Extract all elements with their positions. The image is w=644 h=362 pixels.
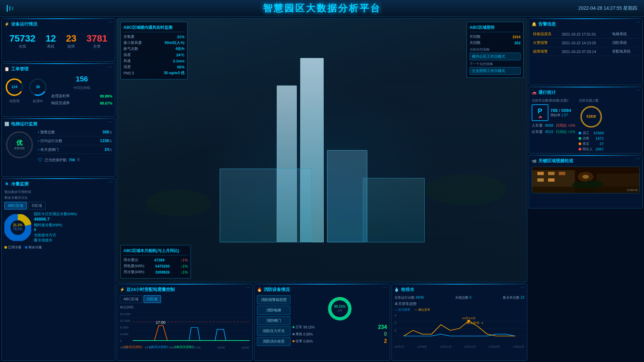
workorder-content: 124 待受理 36 处理中 156 今日已 <box>4 75 112 106</box>
elev-daily: 日均运行次数 1158次 <box>38 138 112 145</box>
in-cars: 入车量 9008 日同比 +1% <box>532 123 575 128</box>
vent-humidity: 湿度 56% <box>123 64 184 69</box>
fire-alert: 告警 0.85% 2 <box>292 338 387 344</box>
response-rate: 响应完成率 98.67% <box>51 101 112 106</box>
fire-btn-elevator[interactable]: 消防电梯 <box>257 306 290 315</box>
svg-rect-53 <box>537 172 544 175</box>
svg-text:51918: 51918 <box>587 115 596 118</box>
traffic-icon: 🚗 <box>532 90 536 95</box>
fire-title: 🔥 消防设备情况 <box>257 287 387 293</box>
in-park-circle: 51918 <box>579 104 604 129</box>
workorder-icon: 📋 <box>4 67 9 71</box>
vent-temp: 温度 24°C <box>123 52 184 57</box>
elevator-gauge: 优 健康指数 <box>4 130 35 160</box>
fire-btn-alarm[interactable]: 消防报警箱型壁 <box>257 295 290 304</box>
svg-text:0: 0 <box>120 339 122 343</box>
vent-wind: 风速 2.1m/s <box>123 58 184 63</box>
svg-text:液位异常: 4: 液位异常: 4 <box>466 321 483 324</box>
process-rate: 处理及时率 99.89% <box>51 94 112 99</box>
energy-water: 用水量(t) 47399 ↑1% <box>123 257 188 262</box>
cold-tab-d[interactable]: D区域 <box>28 202 46 209</box>
fire-stats: 99.15% 正常 正常 99.15% 234 <box>292 295 387 346</box>
svg-text:78.5%: 78.5% <box>13 227 22 231</box>
fire-btn-pump[interactable]: 消防消火栓泵 <box>257 337 290 346</box>
water-icon: 💧 <box>394 287 399 292</box>
water-title: 💧 给排水 <box>394 287 524 293</box>
energy-panel: ABC区域本月能耗(与上月同比) 用水量(t) 47399 ↑1% 用电量(kW… <box>120 245 191 279</box>
svg-text:16,000: 16,000 <box>120 312 130 316</box>
elevator-panel: 🔢 电梯运行监测 • • 优 健康指数 预警总 <box>1 118 115 177</box>
svg-text:正常: 正常 <box>337 309 342 312</box>
stat-offline: 12 离线 <box>46 33 56 49</box>
svg-text:4: 4 <box>394 314 397 317</box>
parking-badge: P 🚗 <box>532 104 548 121</box>
cold-info: 园区今日空调总冷量(kWh) 48886.7 顺时放冷量(kWh) 0 当前放冷… <box>34 212 77 244</box>
building-view: ABC区域楼内通风实时监测 含氧量 21% 最小新风量 50m3/(人·h) 换… <box>117 18 527 282</box>
alarm-row-1: 火警报警 2021-10-22 14:13:25 消防系统 <box>532 39 640 47</box>
power-tab-d[interactable]: D区域 <box>144 295 161 303</box>
lighting-current: 当前自控策略 楼内公区工作日模式 <box>470 47 521 60</box>
video-scene <box>532 167 639 193</box>
pending-circle: 124 待受理 <box>4 77 24 104</box>
alarm-row-2: 故障报警 2021-10-22 07:20:14 变配电系统 <box>532 47 640 56</box>
stat-alert: 3781 告警 <box>87 33 107 49</box>
fire-btn-pressure[interactable]: 消防压力开关 <box>257 326 290 336</box>
elevator-content: 优 健康指数 预警总数 368次 日均运行次数 1158次 本月进梯门 <box>4 130 112 163</box>
parking-section: 当前车位数(剩余数/总数) P 🚗 788 / 5094 <box>532 98 575 154</box>
cold-mode: 当前放冷方式 蓄冷池放冷 <box>34 233 77 243</box>
fire-normal: 正常 99.15% 234 <box>292 324 387 330</box>
vent-exchange: 换气次数 4次/h <box>123 46 184 51</box>
traffic-content: 当前车位数(剩余数/总数) P 🚗 788 / 5094 <box>532 98 640 154</box>
equipment-icon: ⚡ <box>4 22 9 26</box>
cold-content: 21.5% 78.5% 园区今日空调总冷量(kWh) 48886.7 顺时放冷量… <box>4 212 112 244</box>
svg-text:8,000: 8,000 <box>120 326 128 329</box>
lighting-off: 关回数 262 <box>470 40 521 45</box>
water-panel: 💧 给排水 • • 水泵运行台数 34/36 水箱总数 6 集水井总数 23 本… <box>391 284 527 361</box>
power-tab-abc[interactable]: ABC区域 <box>120 295 142 303</box>
fire-metrics: 正常 99.15% 234 离线 0.00% <box>292 324 387 344</box>
page-title: 智慧园区大数据分析平台 <box>263 2 381 15</box>
vent-oxygen: 含氧量 21% <box>123 34 184 39</box>
center-panel: ABC区域楼内通风实时监测 含氧量 21% 最小新风量 50m3/(人·h) 换… <box>117 18 527 361</box>
svg-point-62 <box>584 180 603 188</box>
cold-tab-abc[interactable]: ABC区域 <box>4 202 27 209</box>
power-icon: ⚡ <box>120 287 124 292</box>
parking-info: P 🚗 788 / 5094 周转率 1.57 <box>532 104 575 121</box>
svg-rect-54 <box>548 172 554 175</box>
turnover: 周转率 1.57 <box>550 113 571 118</box>
svg-text:2: 2 <box>394 321 397 324</box>
cold-tabs: ABC区域 D区域 <box>4 202 112 209</box>
people-list: 员工 47689 访客 1872 贵宾 37 <box>579 131 604 154</box>
cold-icon: ❄ <box>4 182 9 186</box>
building-wide-left <box>220 169 312 242</box>
workorder-panel: 📋 工单管理 • • 124 待受理 <box>1 63 115 117</box>
workorder-stats: 156 今日已办结 处理及时率 99.89% 响应完成率 98.67% <box>51 75 112 106</box>
fire-buttons: 消防报警箱型壁 消防电梯 消防阀门 消防压力开关 消防消火栓泵 <box>257 295 290 346</box>
svg-text:12,000: 12,000 <box>120 319 130 322</box>
power-panel: ⚡ 近24小时变配电需量控制 • • ABC区域 D区域 单位(kW) <box>117 284 253 361</box>
fire-panel: 🔥 消防设备情况 • • 消防报警箱型壁 消防电梯 消防阀门 消防压力开关 消防… <box>254 284 390 361</box>
video-thumbnail[interactable]: CAM-01 <box>532 167 640 193</box>
elevator-title: 🔢 电梯运行监测 <box>4 121 112 127</box>
vent-pm25: PM2.5 35 ug/m3 优 <box>123 70 184 75</box>
cold-legend: 已用冷量 剩余冷量 <box>4 245 112 250</box>
lighting-on: 开回数 1014 <box>470 34 521 39</box>
equipment-title: ⚡ 设备运行情况 <box>4 21 112 27</box>
workorder-circles: 124 待受理 36 处理中 <box>4 75 48 106</box>
ventilation-panel: ABC区域楼内通风实时监测 含氧量 21% 最小新风量 50m3/(人·h) 换… <box>120 22 187 79</box>
alarm-icon: 🔔 <box>532 22 536 26</box>
svg-text:21.5%: 21.5% <box>13 223 22 227</box>
building-wide-right <box>363 178 424 243</box>
lighting-panel: ABC区域照明 开回数 1014 关回数 262 当前自控策略 楼内公区工作日模… <box>467 22 524 78</box>
fire-btn-valve[interactable]: 消防阀门 <box>257 316 290 325</box>
left-panel: ⚡ 设备运行情况 • • 75732 在线 12 离线 23 故障 3781 <box>1 18 115 361</box>
svg-text:0: 0 <box>394 329 397 332</box>
buildings-container <box>220 58 425 242</box>
svg-text:99.15%: 99.15% <box>334 305 345 308</box>
processing-circle: 36 处理中 <box>28 77 48 104</box>
power-title: ⚡ 近24小时变配电需量控制 <box>120 287 250 293</box>
energy-elec: 用电量(kWh) 5475250 ↓1% <box>123 263 188 268</box>
video-overlay-text: CAM-01 <box>627 188 638 192</box>
svg-text:4,000: 4,000 <box>120 333 128 336</box>
equipment-stats: 75732 在线 12 离线 23 故障 3781 告警 <box>4 30 112 52</box>
